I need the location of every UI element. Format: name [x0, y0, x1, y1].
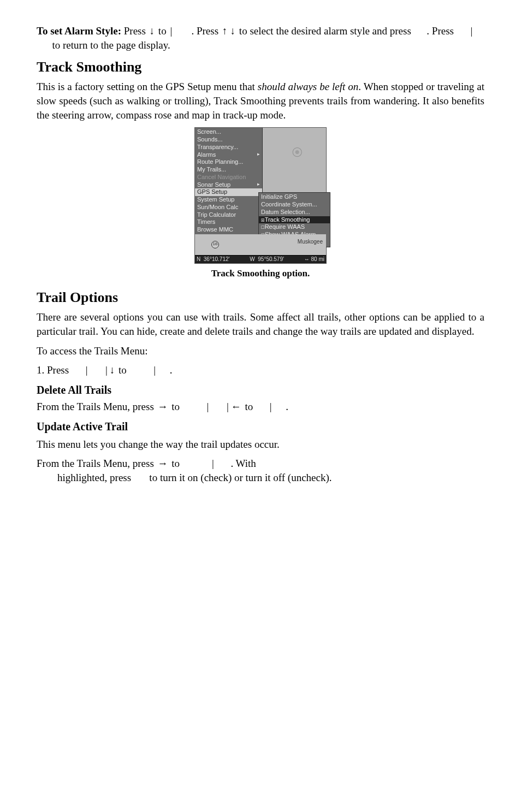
map-area: 16 Muskogee: [195, 234, 326, 255]
menu-item-browse-mmc[interactable]: Browse MMC: [197, 226, 260, 234]
submenu-initialize-gps[interactable]: Initialize GPS: [261, 193, 328, 201]
lon-value: 95°50.579': [258, 256, 284, 262]
label: Sonar Setup: [197, 181, 230, 188]
main-menu: Screen... Sounds... Transparency... Alar…: [195, 128, 263, 234]
menu-item-cancel-navigation: Cancel Navigation: [197, 174, 260, 181]
right-arrow-icon: →: [157, 458, 169, 469]
delete-all-trails-step: From the Trails Menu, press → to | |← to…: [37, 400, 484, 414]
pipe-sep: |: [206, 401, 210, 412]
txt: to return to the page display.: [52, 39, 170, 51]
submenu-arrow-icon: ▸: [257, 151, 260, 157]
label: Track Smoothing: [265, 216, 310, 223]
coord-n: N 36°10.712': [197, 256, 229, 263]
scale: ↔ 80 mi: [304, 256, 324, 263]
menu-item-alarms[interactable]: Alarms▸: [197, 151, 260, 159]
pipe-sep: |: [104, 364, 109, 376]
txt: . Press: [191, 25, 221, 37]
menu-item-system-setup[interactable]: System Setup: [197, 196, 260, 204]
txt: to: [156, 25, 169, 37]
w-label: W: [250, 256, 254, 262]
coordinates-bar: N 36°10.712' W 95°50.579' ↔ 80 mi: [195, 255, 326, 264]
txt: Press: [121, 25, 149, 37]
update-active-trail-step: From the Trails Menu, press → to | . Wit…: [37, 457, 484, 484]
txt: to: [169, 458, 182, 469]
txt: This is a factory setting on the GPS Set…: [37, 81, 258, 92]
map-marker-16: 16: [211, 241, 219, 248]
txt: .: [286, 401, 288, 412]
label: Require WAAS: [265, 223, 305, 230]
label: Alarms: [197, 151, 216, 158]
txt: . With: [230, 458, 256, 469]
emphasis: should always be left on: [258, 81, 358, 92]
scale-arrow-icon: ↔: [304, 256, 310, 262]
txt: 1. Press: [37, 364, 72, 376]
coord-w: W 95°50.579': [250, 256, 284, 263]
txt: to: [116, 364, 129, 376]
scale-value: 80 mi: [311, 256, 324, 262]
update-active-trail-heading: Update Active Trail: [37, 419, 484, 434]
pipe-sep: |: [152, 364, 157, 376]
txt: to: [169, 401, 182, 412]
submenu-track-smoothing[interactable]: ☒Track Smoothing: [259, 216, 330, 224]
menu-item-timers[interactable]: Timers: [197, 218, 260, 226]
txt: to: [242, 401, 256, 412]
menu-item-sounds[interactable]: Sounds...: [197, 136, 260, 144]
submenu-datum-selection[interactable]: Datum Selection...: [261, 209, 328, 216]
lat-value: 36°10.712': [204, 256, 230, 262]
delete-all-trails-heading: Delete All Trails: [37, 383, 484, 398]
right-arrow-icon: →: [157, 401, 169, 412]
alarm-style-lead: To set Alarm Style:: [37, 25, 121, 37]
step-1: 1. Press | |↓ to | .: [37, 363, 484, 377]
menu-item-sonar-setup[interactable]: Sonar Setup▸: [197, 181, 260, 189]
track-smoothing-heading: Track Smoothing: [37, 57, 484, 76]
alarm-style-paragraph: To set Alarm Style: Press ↓ to | . Press…: [37, 24, 484, 52]
menu-item-sun-moon[interactable]: Sun/Moon Calc: [197, 204, 260, 211]
menu-item-gps-setup[interactable]: GPS Setup: [195, 188, 262, 196]
pipe-sep: |: [269, 401, 273, 412]
pipe-sep: |: [211, 458, 215, 469]
txt: to select the desired alarm style and pr…: [236, 25, 413, 37]
menu-item-my-trails[interactable]: My Trails...: [197, 166, 260, 174]
screenshot-caption: Track Smoothing option.: [37, 268, 484, 280]
menu-item-route-planning[interactable]: Route Planning...: [197, 158, 260, 166]
trail-options-desc: There are several options you can use wi…: [37, 310, 484, 338]
txt: to turn it on (check) or turn it off (un…: [149, 472, 331, 483]
n-label: N: [197, 256, 200, 262]
txt: . Press: [427, 25, 456, 37]
down-arrow-icon: ↓: [109, 364, 116, 376]
trail-options-heading: Trail Options: [37, 288, 484, 307]
txt: From the Trails Menu, press: [37, 401, 157, 412]
track-smoothing-desc: This is a factory setting on the GPS Set…: [37, 80, 484, 122]
map-city-label: Muskogee: [298, 239, 323, 246]
pipe-sep: |: [85, 364, 89, 376]
txt: .: [170, 364, 173, 376]
access-trails-menu-line: To access the Trails Menu:: [37, 344, 484, 358]
pipe-sep: |: [169, 25, 173, 37]
txt: From the Trails Menu, press: [37, 458, 157, 469]
txt: highlighted, press: [57, 472, 134, 483]
submenu-require-waas[interactable]: ☐Require WAAS: [261, 223, 328, 231]
up-down-arrow-icon: ↑ ↓: [221, 25, 236, 37]
gps-device-screenshot: Screen... Sounds... Transparency... Alar…: [194, 127, 327, 264]
submenu-coordinate-system[interactable]: Coordinate System...: [261, 201, 328, 209]
checkbox-unchecked-icon: ☐: [261, 223, 265, 230]
down-arrow-icon: ↓: [149, 25, 156, 37]
left-arrow-icon: ←: [230, 401, 242, 412]
update-active-trail-desc: This menu lets you change the way the tr…: [37, 437, 484, 452]
pipe-sep: |: [469, 25, 473, 37]
checkbox-checked-icon: ☒: [261, 216, 265, 223]
menu-item-screen[interactable]: Screen...: [197, 128, 260, 136]
menu-item-trip-calc[interactable]: Trip Calculator: [197, 211, 260, 219]
submenu-arrow-icon: ▸: [257, 181, 260, 187]
menu-item-transparency[interactable]: Transparency...: [197, 144, 260, 151]
pipe-sep: |: [226, 401, 230, 412]
